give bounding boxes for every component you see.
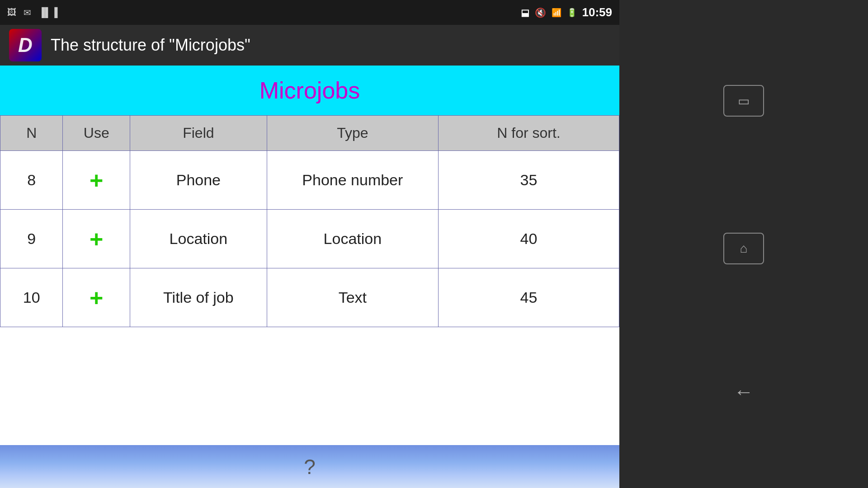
table-row: 10 + Title of job Text 45: [0, 268, 619, 327]
row-10-use[interactable]: +: [63, 268, 130, 327]
table-container: N Use Field Type N for sort. 8 + Phone P…: [0, 115, 619, 445]
app-bar: The structure of "Microjobs": [0, 25, 619, 66]
image-icon: 🖼: [7, 7, 16, 18]
col-header-n: N: [0, 116, 63, 151]
row-8-field: Phone: [130, 151, 267, 210]
row-9-type: Location: [267, 210, 438, 268]
app-title: The structure of "Microjobs": [51, 36, 250, 55]
cyan-header: Microjobs: [0, 66, 619, 115]
row-10-n: 10: [0, 268, 63, 327]
window-icon: ▭: [738, 94, 750, 108]
col-header-type: Type: [267, 116, 438, 151]
main-content: 🖼 ✉ ▐▌▐ ⬓ 🔇 📶 🔋 10:59 The structure of "…: [0, 0, 619, 488]
col-header-field: Field: [130, 116, 267, 151]
row-9-sort: 40: [439, 210, 619, 268]
col-header-use: Use: [63, 116, 130, 151]
mute-icon: 🔇: [535, 7, 546, 18]
main-title: Microjobs: [259, 77, 360, 104]
col-header-sort: N for sort.: [439, 116, 619, 151]
row-8-use[interactable]: +: [63, 151, 130, 210]
bottom-bar: ?: [0, 445, 619, 488]
row-8-sort: 35: [439, 151, 619, 210]
back-button[interactable]: ←: [734, 380, 754, 403]
signal-icon: 📶: [552, 8, 561, 18]
plus-icon-8: +: [90, 167, 103, 193]
data-table: N Use Field Type N for sort. 8 + Phone P…: [0, 115, 619, 327]
row-9-use[interactable]: +: [63, 210, 130, 268]
status-bar-left: 🖼 ✉ ▐▌▐: [7, 7, 58, 18]
row-10-field: Title of job: [130, 268, 267, 327]
table-header: N Use Field Type N for sort.: [0, 116, 619, 151]
app-logo: [9, 29, 42, 61]
table-body: 8 + Phone Phone number 35 9 + Location L…: [0, 151, 619, 327]
back-icon: ←: [734, 380, 754, 403]
table-row: 9 + Location Location 40: [0, 210, 619, 268]
bluetooth-icon: ⬓: [521, 7, 529, 18]
right-sidebar: ▭ ⌂ ←: [619, 0, 868, 488]
row-9-n: 9: [0, 210, 63, 268]
status-bar: 🖼 ✉ ▐▌▐ ⬓ 🔇 📶 🔋 10:59: [0, 0, 619, 25]
plus-icon-9: +: [90, 226, 103, 252]
row-8-type: Phone number: [267, 151, 438, 210]
table-row: 8 + Phone Phone number 35: [0, 151, 619, 210]
battery-icon: 🔋: [567, 8, 577, 18]
help-icon[interactable]: ?: [304, 455, 316, 479]
row-10-sort: 45: [439, 268, 619, 327]
row-10-type: Text: [267, 268, 438, 327]
window-button[interactable]: ▭: [723, 85, 764, 117]
status-time: 10:59: [582, 5, 613, 19]
row-9-field: Location: [130, 210, 267, 268]
home-button[interactable]: ⌂: [723, 233, 764, 264]
mail-icon: ✉: [24, 7, 31, 18]
status-bar-right: ⬓ 🔇 📶 🔋 10:59: [521, 5, 613, 19]
barcode-icon: ▐▌▐: [38, 7, 58, 18]
plus-icon-10: +: [90, 285, 103, 311]
row-8-n: 8: [0, 151, 63, 210]
home-icon: ⌂: [740, 241, 748, 256]
